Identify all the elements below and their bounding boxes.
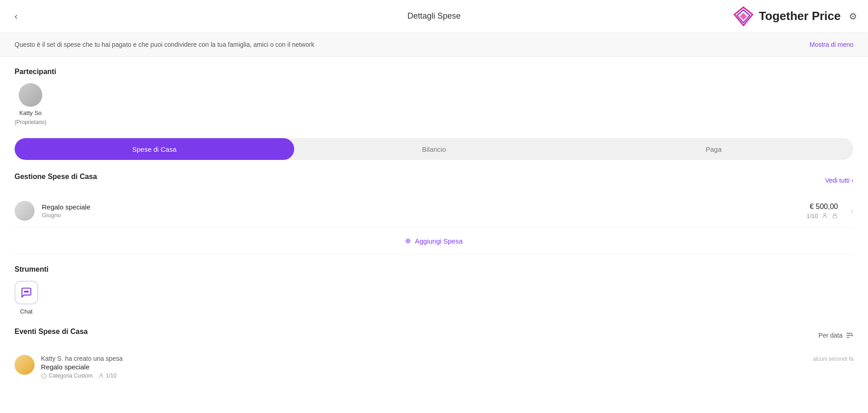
header: ‹ Dettagli Spese Together Price ⚙ <box>0 0 868 33</box>
eventi-header: Eventi Spese di Casa Per data <box>15 328 853 343</box>
participants-section: Partecipanti Katty So (Proprietario) <box>15 68 853 125</box>
filter-label: Per data <box>818 332 843 339</box>
tool-chat[interactable]: Chat <box>15 281 38 315</box>
slots-icon <box>98 373 104 379</box>
participants-list: Katty So (Proprietario) <box>15 83 853 125</box>
add-expense-icon: ⊕ <box>405 237 411 245</box>
expense-slots: 1/10 <box>807 213 818 219</box>
expense-info: Regalo speciale Giugno <box>42 203 799 219</box>
logo: Together Price <box>733 5 841 27</box>
eventi-title: Eventi Spese di Casa <box>15 328 88 336</box>
event-category: Categoria Custom <box>49 373 93 379</box>
tab-bilancio[interactable]: Bilancio <box>294 138 574 160</box>
chat-label: Chat <box>20 308 32 315</box>
svg-point-7 <box>27 291 28 292</box>
tab-spese-di-casa[interactable]: Spese di Casa <box>15 138 294 160</box>
show-less-link[interactable]: Mostra di meno <box>810 41 853 48</box>
person-icon <box>822 213 828 219</box>
category-icon <box>41 373 47 379</box>
expense-right: € 500,00 1/10 <box>807 203 838 219</box>
participant-name: Katty So <box>19 109 41 116</box>
event-category-tag: Categoria Custom <box>41 373 93 379</box>
event-row: Katty S. ha creato una spesa Regalo spec… <box>15 349 853 384</box>
eventi-section: Eventi Spese di Casa Per data Katty S. h… <box>15 328 853 384</box>
info-banner-text: Questo è il set di spese che tu hai paga… <box>15 41 314 48</box>
expense-row[interactable]: Regalo speciale Giugno € 500,00 1/10 <box>15 194 853 228</box>
chat-icon <box>20 287 32 299</box>
tools-grid: Chat <box>15 281 853 315</box>
info-banner: Questo è il set di spese che tu hai paga… <box>0 33 868 57</box>
avatar <box>19 83 42 107</box>
settings-icon[interactable]: ⚙ <box>849 11 857 22</box>
participants-title: Partecipanti <box>15 68 853 76</box>
event-info: Katty S. ha creato una spesa Regalo spec… <box>41 355 807 379</box>
page-title: Dettagli Spese <box>407 11 461 21</box>
event-tags: Categoria Custom 1/10 <box>41 373 807 379</box>
logo-text: Together Price <box>759 9 841 23</box>
svg-point-6 <box>26 291 27 292</box>
expense-chevron-icon: › <box>851 206 853 216</box>
event-time: alcuni secondi fa <box>813 356 853 362</box>
svg-marker-2 <box>740 13 747 20</box>
expense-avatar <box>15 201 35 221</box>
strumenti-section: Strumenti Chat <box>15 265 853 315</box>
add-expense-label: Aggiungi Spesa <box>415 237 462 245</box>
svg-point-11 <box>852 335 853 336</box>
expense-date: Giugno <box>42 212 799 219</box>
event-slots-tag: 1/10 <box>98 373 116 379</box>
svg-point-13 <box>100 373 102 375</box>
participant-item: Katty So (Proprietario) <box>15 83 46 125</box>
event-avatar <box>15 355 35 375</box>
event-slots: 1/10 <box>106 373 116 379</box>
event-actor: Katty S. ha creato una spesa <box>41 355 807 362</box>
svg-rect-4 <box>833 215 837 218</box>
svg-point-3 <box>824 214 826 216</box>
vedi-tutti-link[interactable]: Vedi tutti › <box>825 177 853 184</box>
filter-icon <box>845 331 853 339</box>
gestione-title: Gestione Spese di Casa <box>15 173 97 181</box>
tabs: Spese di Casa Bilancio Paga <box>15 138 853 160</box>
add-expense-button[interactable]: ⊕ Aggiungi Spesa <box>15 228 853 254</box>
main-content: Partecipanti Katty So (Proprietario) Spe… <box>0 57 868 395</box>
tab-paga[interactable]: Paga <box>574 138 853 160</box>
logo-icon <box>733 5 754 27</box>
gestione-header: Gestione Spese di Casa Vedi tutti › <box>15 173 853 188</box>
lock-icon <box>832 213 838 219</box>
event-title: Regalo speciale <box>41 363 807 371</box>
gestione-section: Gestione Spese di Casa Vedi tutti › Rega… <box>15 173 853 228</box>
expense-name: Regalo speciale <box>42 203 799 211</box>
strumenti-title: Strumenti <box>15 265 853 274</box>
chat-icon-box <box>15 281 38 304</box>
events-filter[interactable]: Per data <box>818 331 853 339</box>
participant-role: (Proprietario) <box>15 119 46 125</box>
expense-amount: € 500,00 <box>810 203 838 211</box>
svg-point-5 <box>25 291 25 292</box>
avatar-image <box>19 83 42 107</box>
back-button[interactable]: ‹ <box>15 11 18 21</box>
expense-meta: 1/10 <box>807 213 838 219</box>
